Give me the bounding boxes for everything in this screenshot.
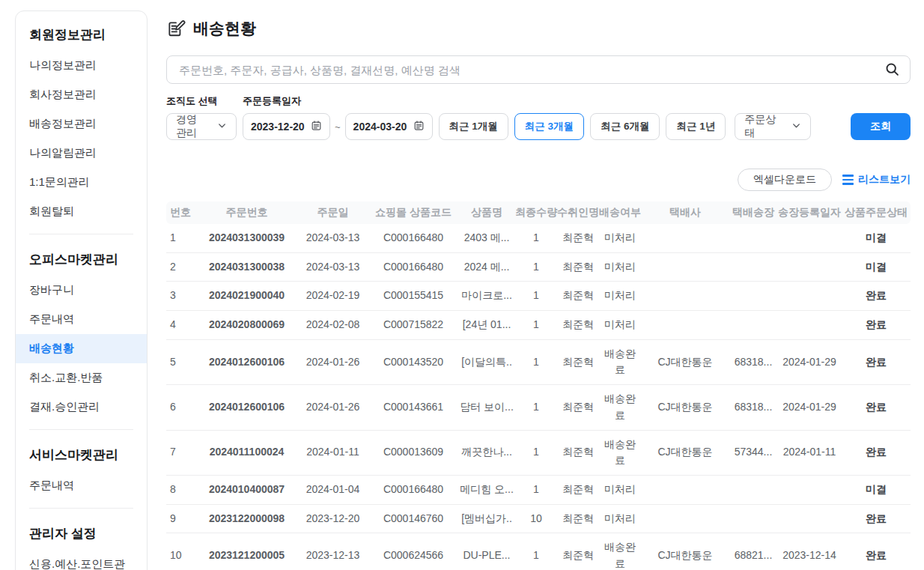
order-status-value: 주문상태 [744,113,781,140]
sidebar-section-title: 서비스마켓관리 [16,437,147,471]
sidebar-item[interactable]: 배송현황 [16,334,147,363]
cell-order-status: 완료 [842,282,911,311]
cell-tracking-date [777,475,842,504]
search-icon[interactable] [884,61,900,80]
cell-tracking-no: 68318... [729,339,777,384]
cell-tracking-date [777,224,842,252]
cell-qty: 1 [515,311,557,340]
sidebar-item[interactable]: 신용.예산.포인트관리 [16,550,147,570]
cell-tracking-no: 57344... [729,430,777,475]
sidebar-item[interactable]: 회원탈퇴 [16,197,147,226]
table-row[interactable]: 620240126001062024-01-26C000143661담터 보이.… [166,385,911,430]
table-row[interactable]: 720240111000242024-01-11C000013609깨끗한나..… [166,430,911,475]
cell-tracking-date: 2024-01-11 [777,430,842,475]
cell-tracking-date: 2024-01-29 [777,385,842,430]
column-header: 주문일 [297,201,368,224]
date-to-input[interactable]: 2024-03-20 [345,113,433,140]
date-separator: ~ [335,121,341,133]
cell-product-code: C000143661 [368,385,458,430]
column-header: 주문번호 [196,201,297,224]
column-header: 송장등록일자 [777,201,842,224]
org-select[interactable]: 경영관리 [166,113,237,140]
sidebar-item[interactable]: 주문내역 [16,305,147,334]
sidebar-item[interactable]: 장바구니 [16,276,147,305]
table-row[interactable]: 320240219000402024-02-19C000155415마이크로..… [166,282,911,311]
sidebar-item[interactable]: 회사정보관리 [16,80,147,109]
cell-tracking-no [729,504,777,533]
cell-product-name: [24년 01... [458,311,515,340]
cell-no: 4 [166,311,196,340]
date-range-preset-button[interactable]: 최근 3개월 [514,113,584,140]
cell-delivery-status: 미처리 [599,224,641,252]
column-header: 수취인명 [557,201,599,224]
table-row[interactable]: 1020231212000052023-12-13C000624566DU-PL… [166,533,911,570]
chevron-down-icon [791,121,801,133]
query-button[interactable]: 조회 [851,113,911,140]
sidebar: 회원정보관리 나의정보관리회사정보관리배송정보관리나의알림관리1:1문의관리회원… [15,10,148,570]
sidebar-item[interactable]: 배송정보관리 [16,109,147,139]
table-row[interactable]: 520240126001062024-01-26C000143520[이달의특.… [166,339,911,384]
memo-edit-icon [166,19,186,38]
cell-product-code: C000155415 [368,282,458,311]
cell-courier [641,224,729,252]
cell-order-no: 2024010400087 [196,475,297,504]
cell-delivery-status: 미처리 [599,252,641,282]
date-range-preset-button[interactable]: 최근 1년 [666,113,726,140]
cell-delivery-status: 배송완료 [599,533,641,570]
cell-tracking-no: 68821... [729,533,777,570]
sidebar-item[interactable]: 나의정보관리 [16,51,147,80]
date-range-preset-button[interactable]: 최근 1개월 [439,113,508,140]
cell-recipient: 최준혁 [557,475,599,504]
cell-tracking-no [729,311,777,340]
cell-qty: 1 [515,475,557,504]
sidebar-item[interactable]: 나의알림관리 [16,139,147,168]
sidebar-item[interactable]: 취소.교환.반품 [16,363,147,392]
calendar-icon [311,120,322,133]
cell-order-no: 2024012600106 [196,385,297,430]
column-header: 상품주문상태 [842,201,911,224]
column-header: 택배사 [641,201,729,224]
chevron-down-icon [217,121,227,133]
cell-qty: 1 [515,339,557,384]
list-view-toggle[interactable]: 리스트보기 [842,173,911,187]
page-title: 배송현황 [193,18,256,39]
cell-tracking-date [777,311,842,340]
table-row[interactable]: 820240104000872024-01-04C000166480메디힘 오.… [166,475,911,504]
table-row[interactable]: 420240208000692024-02-08C000715822[24년 0… [166,311,911,340]
search-input[interactable] [166,55,911,84]
date-range-preset-button[interactable]: 최근 6개월 [590,113,660,140]
cell-order-no: 2023122000098 [196,504,297,533]
sidebar-divider [29,234,133,234]
cell-order-no: 2023121200005 [196,533,297,570]
cell-product-name: 2024 메... [458,252,515,282]
org-select-label: 조직도 선택 [166,94,237,108]
cell-recipient: 최준혁 [557,385,599,430]
order-status-select[interactable]: 주문상태 [735,113,811,140]
cell-product-name: DU-PLE... [458,533,515,570]
cell-recipient: 최준혁 [557,282,599,311]
sidebar-item[interactable]: 결재.승인관리 [16,392,147,422]
table-row[interactable]: 220240313000382024-03-13C0001664802024 메… [166,252,911,282]
cell-no: 8 [166,475,196,504]
date-from-input[interactable]: 2023-12-20 [243,113,330,140]
org-select-value: 경영관리 [176,113,207,140]
cell-qty: 1 [515,430,557,475]
table-row[interactable]: 120240313000392024-03-13C0001664802403 메… [166,224,911,252]
cell-delivery-status: 배송완료 [599,430,641,475]
cell-qty: 1 [515,533,557,570]
list-icon [842,175,854,185]
sidebar-item[interactable]: 주문내역 [16,471,147,500]
cell-order-date: 2024-01-26 [297,385,368,430]
sidebar-item[interactable]: 1:1문의관리 [16,168,147,197]
cell-order-date: 2024-01-11 [297,430,368,475]
delivery-table: 번호주문번호주문일쇼핑몰 상품코드상품명최종수량수취인명배송여부택배사택배송장송… [166,201,911,570]
table-row[interactable]: 920231220000982023-12-20C000146760[멤버십가.… [166,504,911,533]
cell-order-status: 완료 [842,430,911,475]
cell-courier: CJ대한통운 [641,533,729,570]
excel-download-button[interactable]: 엑셀다운로드 [738,169,832,191]
cell-qty: 10 [515,504,557,533]
sidebar-section: 서비스마켓관리 주문내역 [16,437,147,509]
cell-courier [641,252,729,282]
cell-order-no: 2024011100024 [196,430,297,475]
cell-order-no: 2024021900040 [196,282,297,311]
